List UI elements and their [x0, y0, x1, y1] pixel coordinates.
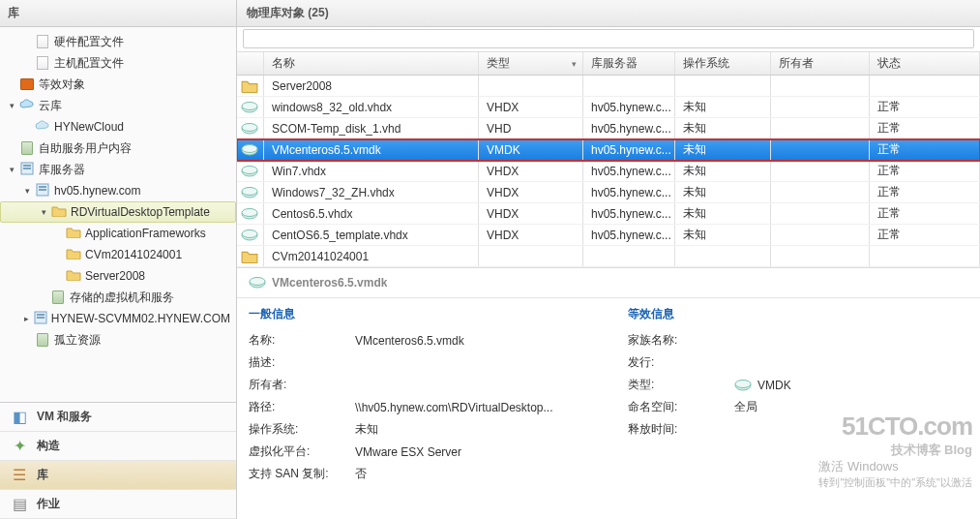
tree-item[interactable]: HYNewCloud [0, 116, 236, 137]
column-header[interactable]: 库服务器 [583, 52, 675, 75]
column-header[interactable]: 状态 [870, 52, 980, 75]
nav-header: 库 [0, 0, 236, 27]
svg-point-26 [735, 380, 751, 387]
table-row[interactable]: SCOM-Temp_disk_1.vhdVHDhv05.hynew.c...未知… [237, 118, 980, 139]
cell-name: Centos6.5.vhdx [264, 203, 479, 224]
nav-tree[interactable]: 硬件配置文件主机配置文件等效对象▾云库HYNewCloud自助服务用户内容▾库服… [0, 27, 236, 402]
grid-body[interactable]: Server2008windows8_32_old.vhdxVHDXhv05.h… [237, 76, 980, 267]
table-row[interactable]: Centos6.5.vhdxVHDXhv05.hynew.c...未知正常 [237, 203, 980, 225]
tree-item-label: 自助服务用户内容 [39, 140, 132, 157]
expander-icon[interactable]: ▾ [6, 164, 17, 175]
wunderbar-item-jobs[interactable]: ▤作业 [0, 490, 236, 519]
fabric-icon: ✦ [10, 437, 29, 456]
tree-item-label: RDVirtualDesktopTemplate [71, 205, 210, 219]
cell-name: SCOM-Temp_disk_1.vhd [264, 118, 479, 138]
tree-item-label: 云库 [39, 98, 62, 114]
property-value: 全局 [734, 399, 757, 415]
tree-item[interactable]: 硬件配置文件 [0, 31, 236, 52]
table-row[interactable]: CVm20141024001 [237, 246, 980, 267]
expander-icon[interactable] [21, 36, 33, 47]
column-header[interactable]: 类型▾ [479, 52, 583, 75]
obj-icon [19, 76, 35, 92]
wunderbar-item-fabric[interactable]: ✦构造 [0, 432, 236, 461]
tree-item-label: HYNEW-SCVMM02.HYNEW.COM [51, 312, 230, 325]
expander-icon[interactable] [37, 291, 48, 303]
tree-item[interactable]: ▾库服务器 [0, 159, 236, 180]
column-header[interactable]: 名称 [264, 52, 479, 75]
tree-item[interactable]: ApplicationFrameworks [0, 223, 236, 244]
property-row: 家族名称: [628, 332, 968, 349]
tree-item[interactable]: 孤立资源 [0, 329, 236, 351]
cell-server [583, 76, 675, 96]
expander-icon[interactable]: ▸ [21, 313, 32, 324]
svg-rect-8 [37, 317, 45, 319]
table-row[interactable]: VMcenteros6.5.vmdkVMDKhv05.hynew.c...未知正… [237, 139, 980, 161]
tree-item[interactable]: CVm20141024001 [0, 244, 236, 265]
property-key: 释放时间: [628, 421, 734, 438]
expander-icon[interactable] [52, 270, 64, 282]
column-header[interactable]: 所有者 [771, 52, 870, 75]
expander-icon[interactable] [6, 142, 17, 154]
folder-icon [241, 79, 258, 93]
expander-icon[interactable] [21, 334, 33, 346]
cell-os: 未知 [675, 97, 771, 117]
server-icon [50, 290, 66, 305]
search-input[interactable] [243, 29, 974, 48]
cell-name: CVm20141024001 [264, 246, 479, 266]
cell-owner [771, 76, 870, 96]
tree-item[interactable]: ▾hv05.hynew.com [0, 180, 236, 201]
property-row: 命名空间:全局 [628, 399, 968, 415]
svg-point-22 [242, 229, 257, 237]
cell-status: 正常 [870, 182, 980, 202]
expander-icon[interactable] [21, 121, 33, 133]
disk-icon [241, 101, 258, 114]
table-row[interactable]: windows8_32_old.vhdxVHDXhv05.hynew.c...未… [237, 97, 980, 118]
expander-icon[interactable]: ▾ [6, 100, 17, 111]
wunderbar-item-vm[interactable]: ◧VM 和服务 [0, 403, 236, 432]
property-row: 支持 SAN 复制:否 [249, 466, 589, 482]
expander-icon[interactable]: ▾ [38, 206, 49, 218]
cloud-l-icon [35, 119, 50, 135]
table-row[interactable]: Win7.vhdxVHDXhv05.hynew.c...未知正常 [237, 161, 980, 182]
expander-icon[interactable] [52, 228, 64, 239]
property-key: 类型: [628, 377, 734, 393]
property-key: 支持 SAN 复制: [249, 466, 355, 482]
cell-owner [771, 97, 870, 117]
tree-item[interactable]: ▸HYNEW-SCVMM02.HYNEW.COM [0, 308, 236, 329]
disk-icon [734, 379, 752, 392]
tree-item[interactable]: 主机配置文件 [0, 52, 236, 74]
grid-header[interactable]: 名称类型▾库服务器操作系统所有者状态 [237, 52, 980, 76]
tree-item[interactable]: ▾云库 [0, 95, 236, 116]
cell-server: hv05.hynew.c... [583, 118, 675, 138]
table-row[interactable]: Windows7_32_ZH.vhdxVHDXhv05.hynew.c...未知… [237, 182, 980, 203]
expander-icon[interactable] [6, 78, 17, 90]
property-value: \\hv05.hynew.com\RDVirtualDesktop... [355, 399, 553, 415]
tree-item[interactable]: 自助服务用户内容 [0, 137, 236, 159]
tree-item[interactable]: 存储的虚拟机和服务 [0, 287, 236, 308]
cell-os: 未知 [675, 182, 771, 202]
table-row[interactable]: Server2008 [237, 76, 980, 97]
cell-type: VHD [479, 118, 583, 138]
column-header[interactable]: 操作系统 [675, 52, 771, 75]
folder-icon [66, 268, 81, 284]
cell-os [675, 76, 771, 96]
expander-icon[interactable] [52, 249, 64, 260]
cell-type: VHDX [479, 97, 583, 117]
wunderbar-item-library[interactable]: ☰库 [0, 461, 236, 490]
tree-item[interactable]: ▾RDVirtualDesktopTemplate [0, 201, 236, 223]
expander-icon[interactable]: ▾ [21, 185, 33, 197]
cell-type [479, 246, 583, 266]
svg-rect-5 [39, 189, 46, 191]
cell-os: 未知 [675, 203, 771, 224]
section-title-equiv: 等效信息 [628, 306, 968, 322]
tree-item[interactable]: Server2008 [0, 265, 236, 287]
tree-item[interactable]: 等效对象 [0, 74, 236, 95]
expander-icon[interactable] [21, 57, 33, 69]
table-row[interactable]: CentOS6.5_template.vhdxVHDXhv05.hynew.c.… [237, 225, 980, 246]
property-value: VMDK [734, 377, 791, 393]
file-icon [35, 34, 50, 49]
column-header[interactable] [237, 52, 264, 75]
property-value: VMcenteros6.5.vmdk [355, 332, 464, 349]
cell-status: 正常 [870, 97, 980, 117]
cell-status [870, 246, 980, 266]
